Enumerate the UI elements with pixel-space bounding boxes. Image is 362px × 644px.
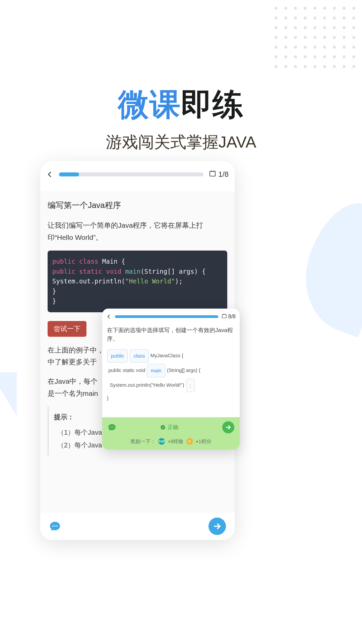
reward-prefix: 奖励一下： bbox=[130, 438, 156, 445]
progress-fill bbox=[59, 172, 79, 176]
result-bar: 正确 奖励一下： EXP +5经验 S +1积分 bbox=[102, 417, 240, 449]
calendar-icon bbox=[209, 170, 216, 179]
hero-title-black: 即练 bbox=[181, 87, 244, 121]
lesson-intro: 让我们编写一个简单的Java程序，它将在屏幕上打印“Hello World”。 bbox=[48, 219, 227, 243]
hero-subtitle: 游戏闯关式掌握JAVA bbox=[0, 131, 362, 153]
progress-count: 1/8 bbox=[209, 170, 229, 179]
answer-token[interactable]: main bbox=[147, 364, 165, 377]
progress-fill bbox=[115, 315, 218, 318]
back-icon[interactable] bbox=[106, 314, 112, 319]
quiz-header: 8/8 bbox=[102, 313, 240, 320]
svg-point-7 bbox=[113, 427, 114, 427]
quiz-code-line: public static void main (String[] args) … bbox=[107, 363, 235, 378]
hero-section: 微课即练 游戏闯关式掌握JAVA bbox=[0, 84, 362, 153]
svg-rect-0 bbox=[210, 171, 216, 176]
code-block: public class Main { public static void m… bbox=[48, 251, 227, 312]
answer-token[interactable]: class bbox=[130, 349, 148, 363]
next-button[interactable] bbox=[222, 421, 234, 433]
svg-point-1 bbox=[52, 525, 54, 527]
quiz-body: 在下面的选项中选择填写，创建一个有效的Java程序。 public class … bbox=[102, 320, 240, 404]
lesson-footer bbox=[40, 512, 235, 540]
next-button[interactable] bbox=[208, 518, 226, 535]
decorative-shape bbox=[0, 372, 17, 416]
progress-text: 8/8 bbox=[228, 314, 236, 320]
svg-point-5 bbox=[110, 427, 111, 427]
quiz-card: 8/8 在下面的选项中选择填写，创建一个有效的Java程序。 public cl… bbox=[102, 309, 240, 449]
back-icon[interactable] bbox=[46, 171, 54, 178]
coin-badge-icon: S bbox=[186, 438, 193, 445]
quiz-code-line: public class MyJavaClass { bbox=[107, 348, 235, 363]
svg-rect-4 bbox=[222, 314, 226, 318]
try-button[interactable]: 尝试一下 bbox=[48, 321, 86, 337]
reward-points: +1积分 bbox=[196, 438, 212, 445]
quiz-code-line: } bbox=[107, 393, 235, 404]
progress-text: 1/8 bbox=[218, 170, 229, 179]
reward-exp: +5经验 bbox=[168, 438, 183, 445]
decorative-shape bbox=[289, 193, 362, 337]
answer-token[interactable]: ; bbox=[186, 379, 195, 392]
calendar-icon bbox=[222, 313, 227, 320]
correct-label: 正确 bbox=[168, 424, 178, 431]
chat-icon[interactable] bbox=[49, 520, 61, 532]
reward-row: 奖励一下： EXP +5经验 S +1积分 bbox=[108, 438, 234, 445]
svg-point-3 bbox=[56, 525, 58, 527]
hero-title: 微课即练 bbox=[0, 84, 362, 125]
chat-icon[interactable] bbox=[108, 423, 116, 432]
progress-bar bbox=[115, 315, 218, 318]
exp-badge-icon: EXP bbox=[158, 438, 165, 445]
svg-point-6 bbox=[112, 427, 112, 427]
answer-token[interactable]: public bbox=[107, 349, 128, 363]
progress-bar bbox=[59, 172, 203, 176]
progress-count: 8/8 bbox=[222, 313, 236, 320]
quiz-code-line: System.out.println("Hello World!") ; bbox=[107, 378, 235, 393]
correct-badge: 正确 bbox=[160, 424, 178, 431]
quiz-question: 在下面的选项中选择填写，创建一个有效的Java程序。 bbox=[107, 326, 235, 344]
lesson-heading: 编写第一个Java程序 bbox=[48, 200, 227, 211]
svg-point-2 bbox=[54, 525, 56, 527]
hero-title-blue: 微课 bbox=[118, 87, 181, 121]
decorative-dots bbox=[275, 7, 355, 68]
lesson-header: 1/8 bbox=[40, 170, 235, 179]
